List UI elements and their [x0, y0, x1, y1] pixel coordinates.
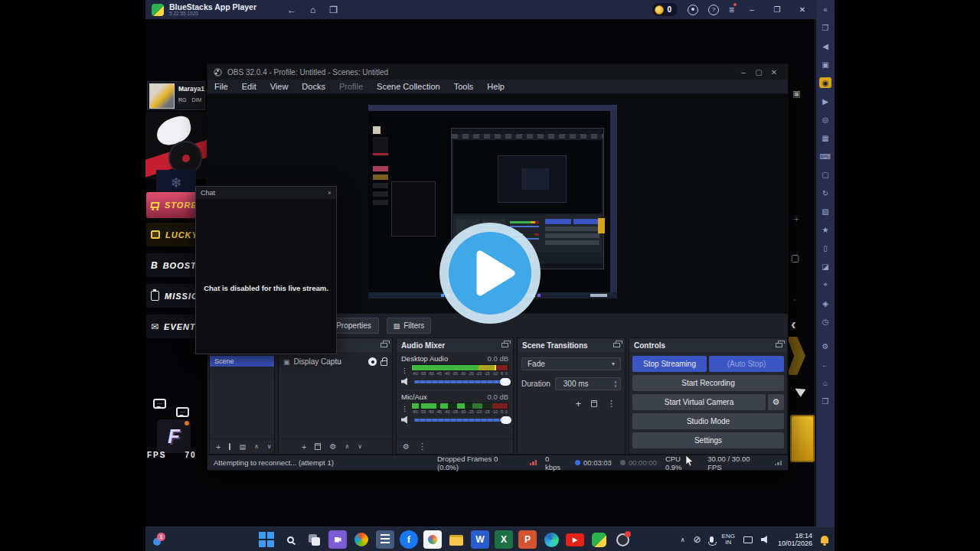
popout-icon[interactable]	[501, 343, 508, 347]
android-back-icon[interactable]: ←	[819, 359, 831, 370]
visibility-eye-icon[interactable]	[368, 357, 377, 366]
obs-titlebar[interactable]: OBS 32.0.4 - Profile: Untitled - Scenes:…	[207, 64, 788, 80]
collapse-icon[interactable]: «	[819, 4, 831, 15]
minimize-icon[interactable]: –	[744, 5, 760, 14]
fullscreen-icon[interactable]: ❒	[819, 22, 831, 33]
menu-profile[interactable]: Profile	[332, 82, 370, 91]
player-card[interactable]: Maraya1 RG DIM	[147, 81, 205, 110]
restore-icon[interactable]: ❐	[769, 5, 785, 14]
bluestacks-taskbar-icon[interactable]	[590, 530, 608, 549]
transitions-header[interactable]: Scene Transitions	[518, 338, 625, 352]
chat-close-icon[interactable]: ×	[328, 189, 332, 197]
virtual-camera-button[interactable]: Start Virtual Camera	[632, 394, 766, 410]
calculator-icon[interactable]	[376, 530, 394, 549]
facebook-icon[interactable]: f	[400, 530, 418, 549]
add-source-icon[interactable]: +	[302, 442, 306, 452]
scene-filters-icon[interactable]: ▤	[239, 443, 246, 451]
channel-options-icon[interactable]: ⋮	[401, 405, 408, 412]
slider-knob[interactable]	[501, 416, 511, 424]
help-icon[interactable]: ?	[708, 5, 719, 15]
share-icon[interactable]: ★	[819, 224, 831, 235]
virtual-camera-config-button[interactable]: ⚙	[768, 394, 784, 410]
play-button[interactable]	[433, 216, 547, 331]
add-scene-icon[interactable]: +	[216, 442, 220, 452]
popout-icon[interactable]	[613, 343, 620, 347]
popout-icon[interactable]	[776, 343, 782, 347]
aim-icon[interactable]: ◎	[819, 114, 831, 125]
volume-slider[interactable]	[414, 380, 508, 383]
tray-speaker-icon[interactable]	[761, 536, 769, 544]
add-transition-icon[interactable]: +	[575, 398, 581, 409]
cleaner-icon[interactable]: ◪	[819, 261, 831, 272]
source-properties-icon[interactable]: ⚙	[329, 442, 336, 451]
screen-share-icon[interactable]: ▣	[819, 59, 831, 70]
game-logo[interactable]: F	[157, 419, 191, 453]
copilot-icon[interactable]	[352, 530, 371, 549]
powerpoint-icon[interactable]: P	[518, 530, 537, 549]
settings-gear-icon[interactable]: ⚙	[819, 341, 831, 351]
chat-header[interactable]: Chat ×	[196, 187, 336, 199]
search-icon[interactable]	[281, 530, 299, 549]
android-home-icon[interactable]: ⌂	[819, 377, 831, 388]
location-icon[interactable]: ⌖	[819, 279, 831, 290]
volume-icon[interactable]: ◀	[819, 41, 831, 51]
edge-icon[interactable]	[542, 530, 560, 549]
scene-up-icon[interactable]: ∧	[254, 443, 259, 450]
obs-maximize-icon[interactable]: ▢	[751, 68, 766, 77]
channel-options-icon[interactable]: ⋮	[401, 367, 408, 374]
speaker-icon[interactable]	[401, 416, 410, 424]
slider-knob[interactable]	[500, 378, 511, 386]
start-recording-button[interactable]: Start Recording	[632, 375, 784, 391]
badge-icon[interactable]: ◈	[819, 298, 831, 308]
network-offline-icon[interactable]: ⊘	[694, 534, 701, 545]
clock[interactable]: 18:14 10/01/2026	[778, 532, 812, 547]
android-recents-icon[interactable]: ❒	[819, 396, 831, 406]
start-button[interactable]	[257, 530, 276, 549]
media-manager-icon[interactable]: ▶	[819, 96, 831, 106]
source-item[interactable]: ▣ Display Captu	[279, 356, 392, 367]
menu-file[interactable]: File	[207, 82, 235, 91]
multi-instance-icon[interactable]: ❐	[329, 5, 338, 15]
settings-button[interactable]: Settings	[632, 432, 784, 448]
back-icon[interactable]: ←	[287, 5, 296, 15]
menu-tools[interactable]: Tools	[447, 82, 481, 91]
transition-options-icon[interactable]: ⋮	[607, 399, 616, 409]
remove-scene-icon[interactable]	[229, 443, 230, 450]
coins-pill[interactable]: 0	[652, 3, 678, 16]
notification-bell-icon[interactable]	[821, 536, 828, 543]
obs-close-icon[interactable]: ✕	[766, 68, 782, 77]
screenshot-icon[interactable]: ▢	[819, 169, 831, 180]
remove-transition-icon[interactable]	[591, 400, 597, 407]
obs-taskbar-icon[interactable]	[613, 530, 632, 549]
auto-stop-button[interactable]: (Auto Stop)	[709, 356, 784, 372]
hud-collapse-chevron[interactable]: ‹	[791, 315, 796, 333]
menu-edit[interactable]: Edit	[235, 82, 263, 91]
clock-icon[interactable]: ◷	[819, 316, 831, 327]
menu-docks[interactable]: Docks	[295, 82, 332, 91]
speaker-icon[interactable]	[401, 377, 410, 386]
menu-icon[interactable]: ≡	[729, 5, 734, 15]
studio-mode-button[interactable]: Studio Mode	[632, 413, 784, 429]
remove-source-icon[interactable]	[315, 443, 321, 450]
source-down-icon[interactable]: ∨	[358, 443, 362, 450]
close-icon[interactable]: ✕	[795, 5, 810, 14]
filters-button[interactable]: ▨ Filters	[387, 318, 431, 334]
stop-streaming-button[interactable]: Stop Streaming	[632, 356, 707, 372]
volume-slider[interactable]	[414, 419, 508, 422]
excel-icon[interactable]: X	[495, 530, 513, 549]
audio-mixer-header[interactable]: Audio Mixer	[397, 338, 513, 352]
word-icon[interactable]: W	[471, 530, 489, 549]
quick-chat-icon[interactable]: ⋯	[153, 399, 166, 409]
gallery-icon[interactable]: ▧	[819, 206, 831, 217]
scene-item-selected[interactable]: Scene	[210, 356, 274, 367]
mixer-settings-icon[interactable]: ⚙	[403, 442, 410, 451]
language-switcher[interactable]: ENG IN	[722, 533, 735, 546]
duration-spinner[interactable]: 300 ms ∧ ∨	[555, 377, 621, 390]
file-explorer-icon[interactable]	[447, 530, 466, 549]
widgets-icon[interactable]: 1	[150, 530, 170, 549]
mixer-options-icon[interactable]: ⋮	[418, 442, 426, 452]
messages-icon[interactable]: ⋯	[176, 407, 189, 417]
popout-icon[interactable]	[381, 343, 387, 347]
account-icon[interactable]	[688, 5, 698, 15]
menu-scene-collection[interactable]: Scene Collection	[370, 82, 447, 91]
